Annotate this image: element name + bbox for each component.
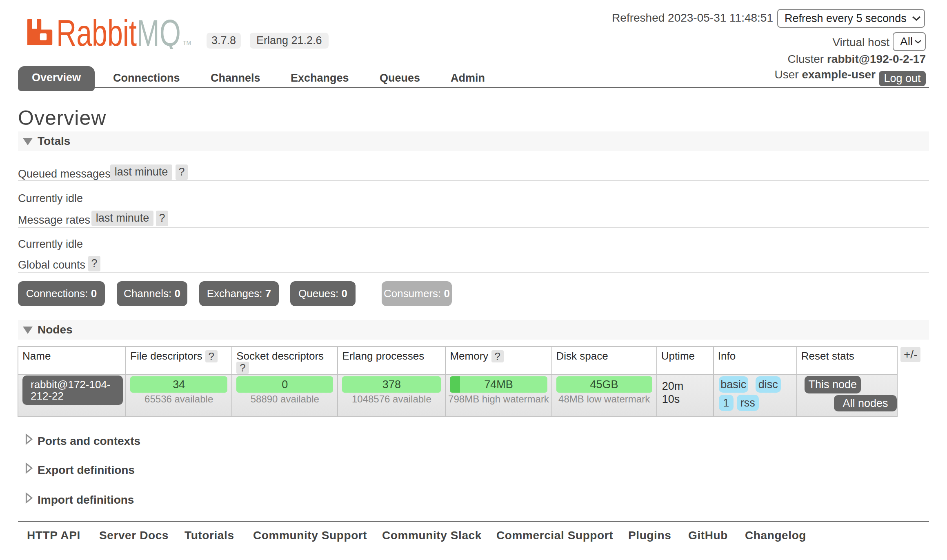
svg-text:MQ: MQ [137, 18, 181, 49]
svg-text:TM: TM [183, 40, 191, 46]
svg-text:Rabbit: Rabbit [56, 18, 137, 49]
